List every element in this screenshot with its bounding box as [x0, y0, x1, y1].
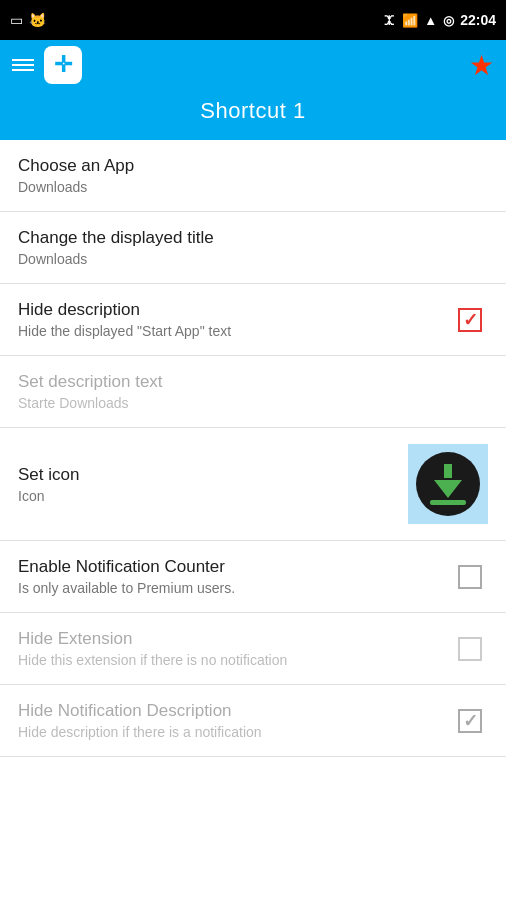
hide-extension-subtitle: Hide this extension if there is no notif… — [18, 652, 452, 668]
set-description-title: Set description text — [18, 372, 488, 392]
app-logo: ✛ — [44, 46, 82, 84]
choose-app-text: Choose an App Downloads — [18, 156, 488, 195]
hide-description-checkbox-container[interactable] — [452, 302, 488, 338]
hide-notification-desc-title: Hide Notification Description — [18, 701, 452, 721]
set-icon-item[interactable]: Set icon Icon — [0, 428, 506, 541]
notification-counter-subtitle: Is only available to Premium users. — [18, 580, 452, 596]
change-title-title: Change the displayed title — [18, 228, 488, 248]
notification-counter-checkbox-container[interactable] — [452, 559, 488, 595]
notification-counter-checkbox[interactable] — [458, 565, 482, 589]
time-display: 22:04 — [460, 12, 496, 28]
hide-extension-item: Hide Extension Hide this extension if th… — [0, 613, 506, 685]
notification-counter-text: Enable Notification Counter Is only avai… — [18, 557, 452, 596]
hide-notification-desc-checkbox — [458, 709, 482, 733]
set-description-item: Set description text Starte Downloads — [0, 356, 506, 428]
favorite-star-button[interactable]: ★ — [469, 49, 494, 82]
hide-description-text: Hide description Hide the displayed "Sta… — [18, 300, 452, 339]
change-title-text: Change the displayed title Downloads — [18, 228, 488, 267]
page-title: Shortcut 1 — [200, 98, 305, 124]
notification-counter-item[interactable]: Enable Notification Counter Is only avai… — [0, 541, 506, 613]
hide-description-item[interactable]: Hide description Hide the displayed "Sta… — [0, 284, 506, 356]
set-icon-title: Set icon — [18, 465, 408, 485]
cat-icon: 🐱 — [29, 12, 46, 28]
hide-extension-title: Hide Extension — [18, 629, 452, 649]
battery-icon: ◎ — [443, 13, 454, 28]
bluetooth-icon: ⯰ — [383, 13, 396, 28]
set-icon-text: Set icon Icon — [18, 465, 408, 504]
screen-icon: ▭ — [10, 12, 23, 28]
hamburger-menu-button[interactable] — [12, 59, 34, 71]
download-icon-circle — [416, 452, 480, 516]
hide-description-subtitle: Hide the displayed "Start App" text — [18, 323, 452, 339]
change-title-item[interactable]: Change the displayed title Downloads — [0, 212, 506, 284]
set-description-subtitle: Starte Downloads — [18, 395, 488, 411]
hide-notification-desc-checkbox-container — [452, 703, 488, 739]
signal-icon: ▲ — [424, 13, 437, 28]
hide-extension-checkbox — [458, 637, 482, 661]
notification-counter-title: Enable Notification Counter — [18, 557, 452, 577]
status-bar-right: ⯰ 📶 ▲ ◎ 22:04 — [383, 12, 496, 28]
hide-description-checkbox[interactable] — [458, 308, 482, 332]
choose-app-subtitle: Downloads — [18, 179, 488, 195]
logo-cross-icon: ✛ — [54, 52, 72, 78]
wifi-icon: 📶 — [402, 13, 418, 28]
status-bar-left: ▭ 🐱 — [10, 12, 46, 28]
set-description-text: Set description text Starte Downloads — [18, 372, 488, 411]
status-bar: ▭ 🐱 ⯰ 📶 ▲ ◎ 22:04 — [0, 0, 506, 40]
hide-notification-desc-item: Hide Notification Description Hide descr… — [0, 685, 506, 757]
settings-list: Choose an App Downloads Change the displ… — [0, 140, 506, 757]
icon-thumbnail[interactable] — [408, 444, 488, 524]
choose-app-title: Choose an App — [18, 156, 488, 176]
hide-notification-desc-text: Hide Notification Description Hide descr… — [18, 701, 452, 740]
choose-app-item[interactable]: Choose an App Downloads — [0, 140, 506, 212]
hide-notification-desc-subtitle: Hide description if there is a notificat… — [18, 724, 452, 740]
hide-extension-checkbox-container — [452, 631, 488, 667]
app-bar: ✛ ★ Shortcut 1 — [0, 40, 506, 140]
hide-extension-text: Hide Extension Hide this extension if th… — [18, 629, 452, 668]
app-bar-top: ✛ ★ — [0, 40, 506, 90]
set-icon-subtitle: Icon — [18, 488, 408, 504]
download-arrow-icon — [430, 464, 466, 505]
hide-description-title: Hide description — [18, 300, 452, 320]
change-title-subtitle: Downloads — [18, 251, 488, 267]
